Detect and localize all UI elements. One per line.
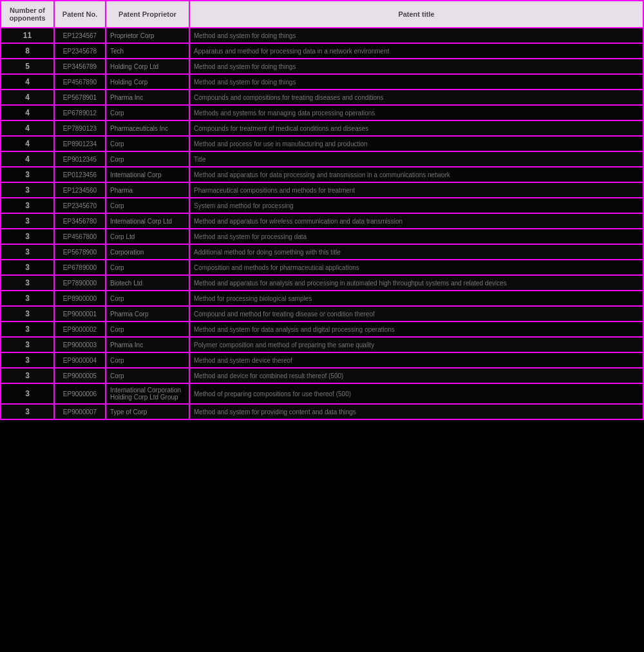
table-row: 4EP4567890Holding CorpMethod and system …: [1, 74, 643, 90]
cell-patent-no: EP8901234: [54, 136, 106, 151]
cell-opponents: 4: [1, 105, 54, 120]
cell-proprietor: Corp: [106, 321, 189, 337]
table-row: 4EP8901234CorpMethod and process for use…: [1, 136, 643, 151]
cell-proprietor: Tech: [106, 43, 189, 59]
cell-opponents: 3: [1, 275, 54, 291]
table-row: 3EP6789000CorpComposition and methods fo…: [1, 260, 643, 275]
cell-title: Compound and method for treating disease…: [189, 306, 643, 321]
cell-proprietor: Holding Corp Ltd: [106, 59, 189, 74]
cell-title: Polymer composition and method of prepar…: [189, 337, 643, 352]
cell-proprietor: Corp: [106, 352, 189, 368]
cell-patent-no: EP5678901: [54, 90, 106, 105]
cell-title: Method and apparatus for data processing…: [189, 167, 643, 182]
cell-patent-no: EP4567800: [54, 229, 106, 244]
cell-title: Method and system for data analysis and …: [189, 321, 643, 337]
table-row: 8EP2345678TechApparatus and method for p…: [1, 43, 643, 59]
cell-opponents: 3: [1, 337, 54, 352]
cell-title: Apparatus and method for processing data…: [189, 43, 643, 59]
cell-proprietor: Holding Corp: [106, 74, 189, 90]
cell-title: Method of preparing compositions for use…: [189, 383, 643, 404]
cell-opponents: 3: [1, 291, 54, 306]
cell-title: Method and system device thereof: [189, 352, 643, 368]
cell-patent-no: EP4567890: [54, 74, 106, 90]
cell-opponents: 4: [1, 136, 54, 151]
cell-proprietor: Corp Ltd: [106, 229, 189, 244]
cell-opponents: 4: [1, 151, 54, 167]
table-row: 4EP6789012CorpMethods and systems for ma…: [1, 105, 643, 120]
cell-patent-no: EP9000002: [54, 321, 106, 337]
cell-title: Method and device for combined result th…: [189, 368, 643, 383]
cell-patent-no: EP9000005: [54, 368, 106, 383]
cell-patent-no: EP9000007: [54, 404, 106, 419]
cell-opponents: 4: [1, 120, 54, 136]
cell-opponents: 3: [1, 198, 54, 213]
cell-patent-no: EP5678900: [54, 244, 106, 260]
table-row: 3EP4567800Corp LtdMethod and system for …: [1, 229, 643, 244]
cell-opponents: 8: [1, 43, 54, 59]
cell-opponents: 3: [1, 306, 54, 321]
cell-patent-no: EP1234567: [54, 28, 106, 43]
cell-proprietor: Proprietor Corp: [106, 28, 189, 43]
cell-opponents: 3: [1, 368, 54, 383]
table-row: 3EP5678900CorporationAdditional method f…: [1, 244, 643, 260]
cell-proprietor: Type of Corp: [106, 404, 189, 419]
cell-opponents: 3: [1, 167, 54, 182]
cell-opponents: 3: [1, 182, 54, 198]
cell-proprietor: Corp: [106, 198, 189, 213]
cell-title: Method and process for use in manufactur…: [189, 136, 643, 151]
table-row: 3EP9000006International Corporation Hold…: [1, 383, 643, 404]
cell-proprietor: Corp: [106, 136, 189, 151]
cell-proprietor: Pharma: [106, 182, 189, 198]
table-row: 4EP7890123Pharmaceuticals IncCompounds f…: [1, 120, 643, 136]
cell-proprietor: Pharma Corp: [106, 306, 189, 321]
cell-opponents: 4: [1, 74, 54, 90]
cell-title: Method for processing biological samples: [189, 291, 643, 306]
table-row: 3EP9000001Pharma CorpCompound and method…: [1, 306, 643, 321]
cell-title: Method and apparatus for wireless commun…: [189, 213, 643, 229]
table-row: 3EP2345670CorpSystem and method for proc…: [1, 198, 643, 213]
table-row: 5EP3456789Holding Corp LtdMethod and sys…: [1, 59, 643, 74]
cell-title: Method and system for doing things: [189, 28, 643, 43]
cell-title: Method and system for doing things: [189, 74, 643, 90]
cell-proprietor: Corp: [106, 368, 189, 383]
cell-patent-no: EP6789012: [54, 105, 106, 120]
cell-title: Additional method for doing something wi…: [189, 244, 643, 260]
cell-opponents: 3: [1, 213, 54, 229]
cell-title: Title: [189, 151, 643, 167]
cell-patent-no: EP7890000: [54, 275, 106, 291]
cell-patent-no: EP3456789: [54, 59, 106, 74]
table-row: 3EP9000005CorpMethod and device for comb…: [1, 368, 643, 383]
cell-opponents: 3: [1, 244, 54, 260]
cell-patent-no: EP9012345: [54, 151, 106, 167]
cell-title: Compounds for treatment of medical condi…: [189, 120, 643, 136]
col-header-opponents: Number of opponents: [1, 1, 54, 28]
col-header-proprietor: Patent Proprietor: [106, 1, 189, 28]
patents-table: Number of opponents Patent No. Patent Pr…: [0, 0, 644, 420]
cell-opponents: 3: [1, 229, 54, 244]
cell-proprietor: Pharmaceuticals Inc: [106, 120, 189, 136]
cell-patent-no: EP2345678: [54, 43, 106, 59]
cell-proprietor: Corp: [106, 291, 189, 306]
col-header-title: Patent title: [189, 1, 643, 28]
cell-proprietor: Pharma Inc: [106, 337, 189, 352]
table-row: 3EP0123456International CorpMethod and a…: [1, 167, 643, 182]
cell-proprietor: Biotech Ltd: [106, 275, 189, 291]
table-row: 11EP1234567Proprietor CorpMethod and sys…: [1, 28, 643, 43]
cell-opponents: 3: [1, 260, 54, 275]
cell-title: Method and apparatus for analysis and pr…: [189, 275, 643, 291]
cell-patent-no: EP7890123: [54, 120, 106, 136]
cell-patent-no: EP6789000: [54, 260, 106, 275]
col-header-patent-no: Patent No.: [54, 1, 106, 28]
cell-proprietor: Corp: [106, 105, 189, 120]
cell-opponents: 4: [1, 90, 54, 105]
cell-proprietor: Pharma Inc: [106, 90, 189, 105]
cell-opponents: 3: [1, 321, 54, 337]
table-row: 3EP1234560PharmaPharmaceutical compositi…: [1, 182, 643, 198]
cell-opponents: 5: [1, 59, 54, 74]
table-row: 4EP9012345CorpTitle: [1, 151, 643, 167]
cell-proprietor: International Corporation Holding Corp L…: [106, 383, 189, 404]
cell-proprietor: International Corp: [106, 167, 189, 182]
cell-opponents: 3: [1, 352, 54, 368]
cell-title: System and method for processing: [189, 198, 643, 213]
cell-title: Compounds and compositions for treating …: [189, 90, 643, 105]
